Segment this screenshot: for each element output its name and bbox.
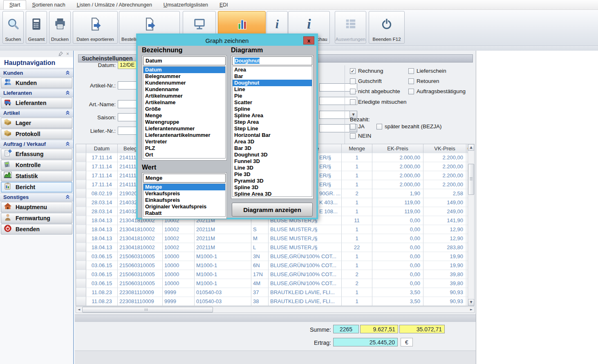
diagramm-input[interactable]: Doughnut: [232, 56, 312, 65]
sidebar-item-kunden[interactable]: Kunden: [1, 78, 72, 88]
list-item[interactable]: Doughnut: [233, 80, 312, 86]
row-selector-cell[interactable]: [76, 153, 86, 162]
scroll-left-icon[interactable]: ◄: [76, 307, 82, 313]
list-item[interactable]: Horizontal Bar: [233, 132, 312, 138]
list-item[interactable]: Funnel 3D: [233, 158, 312, 165]
row-selector-cell[interactable]: [76, 270, 86, 279]
table-row[interactable]: 03.06.15 215060310005 10000 M1000-1 6N B…: [76, 261, 468, 270]
row-selector-cell[interactable]: [76, 261, 86, 270]
menu-tab-start[interactable]: Start: [3, 0, 26, 9]
close-icon[interactable]: ×: [66, 51, 69, 56]
bezahlt-ja-checkbox[interactable]: [350, 124, 356, 130]
list-item[interactable]: Einkaufspreis: [143, 197, 225, 203]
list-item[interactable]: Belegnummer: [143, 73, 225, 80]
list-item[interactable]: Artikelname: [143, 99, 225, 106]
table-row[interactable]: 11.08.23 223081110009 9999 010540-03 38 …: [76, 297, 468, 306]
nicht-abgebuchte-checkbox[interactable]: [350, 89, 356, 94]
list-item[interactable]: Rabatt: [143, 210, 225, 217]
col-ek-preis[interactable]: EK-Preis: [372, 144, 423, 153]
bezeichnung-input[interactable]: Datum: [143, 56, 226, 65]
sidebar-group-lieferanten[interactable]: Lieferanten: [0, 89, 73, 97]
row-selector-cell[interactable]: [76, 207, 86, 216]
table-row[interactable]: 03.06.15 215060310005 10000 M1000-1 17N …: [76, 270, 468, 279]
diagramm-anzeigen-button[interactable]: Diagramm anzeigen: [232, 203, 313, 217]
search-button[interactable]: Suchen: [2, 11, 24, 44]
lieferschein-checkbox[interactable]: [408, 68, 414, 74]
row-selector-cell[interactable]: [76, 225, 86, 234]
list-item[interactable]: Menge: [143, 112, 225, 119]
vertical-scroll-thumb[interactable]: [468, 164, 474, 195]
sidebar-group-auftrag-verkauf[interactable]: Auftrag / Verkauf: [0, 140, 73, 148]
list-item[interactable]: Doughnut 3D: [233, 152, 312, 158]
list-item[interactable]: Warengruppe: [143, 119, 225, 125]
col-menge[interactable]: Menge: [342, 144, 372, 153]
list-item[interactable]: Lieferantenartikelnummer: [143, 132, 225, 138]
list-item[interactable]: Area: [233, 67, 312, 73]
retouren-checkbox[interactable]: [408, 78, 414, 84]
horizontal-scrollbar[interactable]: ◄ ►: [76, 306, 475, 313]
list-item[interactable]: Bar: [233, 73, 312, 80]
print-button[interactable]: Drucken: [49, 11, 71, 44]
vertical-scrollbar[interactable]: ▲ ▼: [468, 144, 475, 306]
list-item[interactable]: Spline: [233, 106, 312, 112]
sidebar-group-kunden[interactable]: Kunden: [0, 69, 73, 77]
list-item[interactable]: Vertreter: [143, 138, 225, 145]
bezahlt-nein-checkbox[interactable]: [350, 133, 356, 139]
pin-icon[interactable]: [58, 51, 63, 57]
list-item[interactable]: Datum: [143, 67, 225, 73]
list-item[interactable]: Verkaufspreis: [143, 190, 225, 197]
list-item[interactable]: Area 3D: [233, 138, 312, 145]
row-selector-cell[interactable]: [76, 252, 86, 261]
list-item[interactable]: Pyramid 3D: [233, 178, 312, 184]
col-datum[interactable]: Datum: [86, 144, 118, 153]
sidebar-item-beenden[interactable]: Beenden: [1, 224, 72, 234]
gutschrift-checkbox[interactable]: [350, 78, 356, 84]
scroll-down-icon[interactable]: ▼: [468, 299, 474, 306]
row-selector-cell[interactable]: [76, 234, 86, 243]
list-item[interactable]: Kundenname: [143, 86, 225, 93]
row-selector-cell[interactable]: [76, 216, 86, 225]
rechnung-checkbox[interactable]: ✓: [350, 68, 356, 74]
list-item[interactable]: Ort: [143, 152, 225, 158]
dialog-close-button[interactable]: x: [303, 36, 314, 45]
row-selector-cell[interactable]: [76, 243, 86, 252]
list-item[interactable]: Step Line: [233, 125, 312, 132]
list-item[interactable]: Spline 3D: [233, 184, 312, 191]
list-item[interactable]: Artikelnummer: [143, 93, 225, 99]
gesamt-button[interactable]: Gesamt: [26, 11, 47, 44]
dialog-titlebar[interactable]: Graph zeichnen x: [138, 35, 316, 46]
sidebar-group-sonstiges[interactable]: Sonstiges: [0, 193, 73, 201]
row-selector-cell[interactable]: [76, 162, 86, 171]
list-item[interactable]: Menge: [143, 184, 225, 190]
list-item[interactable]: Pie: [233, 93, 312, 99]
sidebar-group-artikel[interactable]: Artikel: [0, 109, 73, 117]
erledigte-mitsuchen-checkbox[interactable]: [350, 99, 356, 105]
sidebar-item-fernwartung[interactable]: Fernwartung: [1, 213, 72, 223]
menu-tab-listen-umsaetze[interactable]: Listen / Umsätze / Abrechnungen: [71, 0, 158, 9]
sidebar-item-statistik[interactable]: Statistik: [1, 171, 72, 181]
wert-input[interactable]: Menge: [143, 174, 226, 183]
sidebar-item-kontrolle[interactable]: Kontrolle: [1, 160, 72, 170]
list-item[interactable]: Kundennummer: [143, 80, 225, 86]
sidebar-item-lager[interactable]: Lager: [1, 118, 72, 128]
menu-tab-edi[interactable]: EDI: [214, 0, 234, 9]
row-selector-cell[interactable]: [76, 198, 86, 207]
list-item[interactable]: Originaler Verkaufspreis: [143, 203, 225, 210]
list-item[interactable]: Bar 3D: [233, 145, 312, 152]
table-row[interactable]: 18.04.13 213041810002 10002 20211M M BLU…: [76, 234, 468, 243]
table-row[interactable]: 18.04.13 213041810002 10002 20211M L BLU…: [76, 243, 468, 252]
list-item[interactable]: Spline Area 3D: [233, 191, 312, 197]
menu-tab-umsatzerfolgslisten[interactable]: Umsatzerfolgslisten: [158, 0, 214, 9]
list-item[interactable]: Line 3D: [233, 165, 312, 171]
export-data-button[interactable]: Daten exportieren: [73, 11, 118, 44]
list-item[interactable]: Spline Area: [233, 112, 312, 119]
table-row[interactable]: 18.04.13 213041810002 10002 20211M S BLU…: [76, 225, 468, 234]
list-item[interactable]: Step Area: [233, 119, 312, 125]
list-item[interactable]: Lieferantennummer: [143, 125, 225, 132]
table-row[interactable]: 11.08.23 223081110009 9999 010540-03 37 …: [76, 288, 468, 297]
sidebar-item-erfassung[interactable]: Erfassung: [1, 149, 72, 159]
list-item[interactable]: Pie 3D: [233, 171, 312, 178]
menu-tab-sortieren-nach[interactable]: Sortieren nach: [26, 0, 71, 9]
list-item[interactable]: Line: [233, 86, 312, 93]
row-selector-cell[interactable]: [76, 171, 86, 180]
